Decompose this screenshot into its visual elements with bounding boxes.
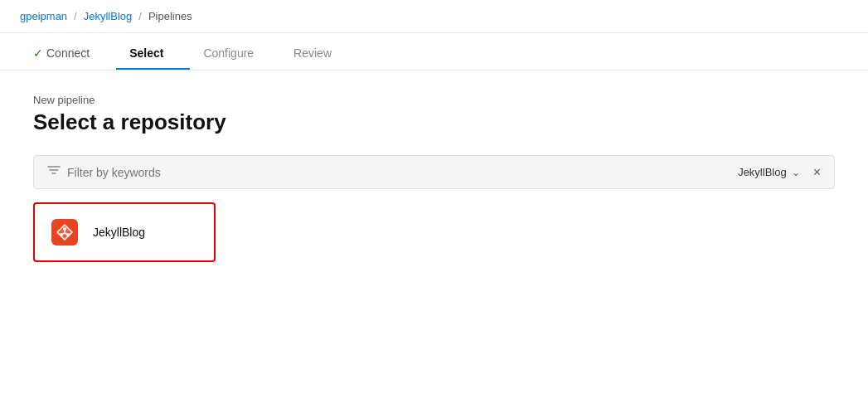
breadcrumb-sep-2: / bbox=[138, 10, 142, 22]
main-content: New pipeline Select a repository JekyllB… bbox=[0, 70, 868, 285]
steps-nav: ✓Connect Select Configure Review bbox=[0, 33, 868, 70]
filter-icon bbox=[47, 164, 61, 180]
svg-point-2 bbox=[63, 227, 66, 231]
breadcrumb-item-jekyllblog[interactable]: JekyllBlog bbox=[84, 10, 133, 22]
repo-name: JekyllBlog bbox=[93, 226, 145, 239]
step-review[interactable]: Review bbox=[280, 33, 358, 70]
filter-bar: JekyllBlog ⌄ × bbox=[33, 155, 835, 189]
filter-close-button[interactable]: × bbox=[813, 165, 821, 180]
filter-tag: JekyllBlog ⌄ bbox=[738, 166, 800, 178]
filter-chevron-icon: ⌄ bbox=[792, 167, 800, 178]
repo-list: JekyllBlog bbox=[33, 202, 835, 262]
filter-input[interactable] bbox=[67, 166, 731, 179]
breadcrumb: gpeipman / JekyllBlog / Pipelines bbox=[0, 0, 868, 33]
step-check-icon: ✓ bbox=[33, 46, 43, 60]
breadcrumb-item-gpeipman[interactable]: gpeipman bbox=[20, 10, 67, 22]
git-icon bbox=[48, 216, 81, 249]
step-select[interactable]: Select bbox=[116, 33, 190, 70]
page-wrapper: gpeipman / JekyllBlog / Pipelines ✓Conne… bbox=[0, 0, 868, 418]
page-subtitle: New pipeline bbox=[33, 94, 835, 106]
repo-item-jekyllblog[interactable]: JekyllBlog bbox=[33, 202, 216, 262]
filter-tag-label: JekyllBlog bbox=[738, 166, 787, 178]
breadcrumb-item-pipelines: Pipelines bbox=[148, 10, 192, 22]
page-title: Select a repository bbox=[33, 109, 835, 135]
step-connect[interactable]: ✓Connect bbox=[20, 33, 116, 70]
step-configure[interactable]: Configure bbox=[190, 33, 280, 70]
breadcrumb-sep-1: / bbox=[74, 10, 77, 22]
